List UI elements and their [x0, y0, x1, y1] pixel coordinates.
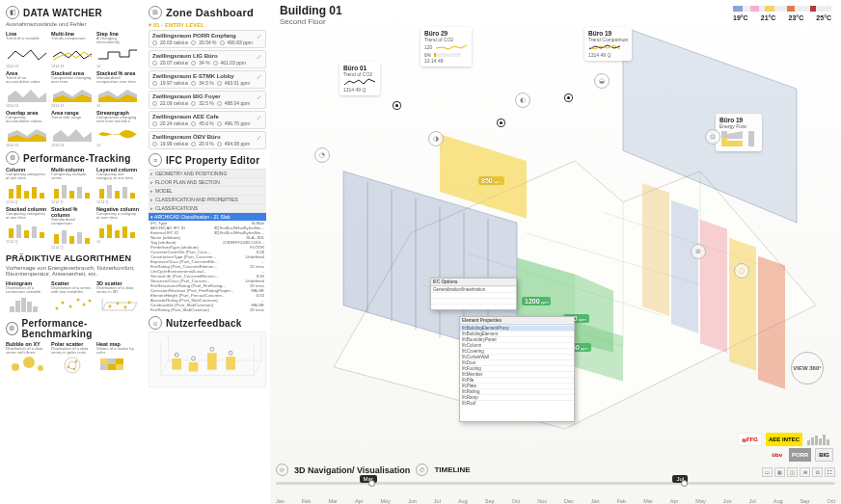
svg-rect-8: [77, 187, 82, 199]
chart-type-card[interactable]: Area rangeTrend with range1314 61: [51, 110, 95, 147]
svg-rect-14: [130, 193, 135, 199]
chart-type-card[interactable]: Polar scatterDistribution of a data seri…: [51, 341, 95, 375]
svg-rect-33: [27, 302, 32, 312]
ifc-category-row[interactable]: ▸CLASSIFICATION AND PROPERTIES: [149, 195, 266, 203]
dialog-properties-small[interactable]: IFC Options Generalization/linearization: [430, 278, 517, 310]
ring-tool-2[interactable]: ◑: [428, 131, 444, 146]
pin-b19[interactable]: [565, 94, 572, 101]
zone-card[interactable]: Zwillingsraum ÖBV Büro⤢19.99 celsius20.9…: [149, 131, 266, 149]
chart-type-card[interactable]: Multi-columnComparing multiple series121…: [51, 167, 95, 204]
timeline-month: Jul: [434, 498, 441, 504]
chart-type-card[interactable]: Stacked % areaStandardised composition o…: [96, 70, 140, 108]
chart-type-card[interactable]: ScatterDistribution of a series with two…: [51, 280, 95, 314]
svg-rect-63: [226, 357, 235, 370]
view-360-button[interactable]: VIEW 360°: [791, 352, 824, 385]
chart-type-card[interactable]: ColumnComparing categories at one time12…: [6, 167, 49, 204]
popup-buero-29[interactable]: Büro 29 Trend of CO2 120 6% 12:14 49: [420, 27, 472, 66]
svg-rect-25: [99, 228, 104, 238]
chart-type-card[interactable]: Layered columnComparing one category at …: [96, 167, 140, 204]
ring-tool-3[interactable]: ◐: [515, 93, 530, 108]
ifc-property-row: FireRating (Pset_SlabCommon)20 mins: [149, 307, 266, 312]
chart-type-card[interactable]: Multi-lineTrends comparison1314 61: [51, 31, 95, 68]
ring-tool-1[interactable]: ◔: [314, 147, 330, 163]
chart-thumb: [6, 85, 48, 104]
popup-buero-19a[interactable]: Büro 19 Trend Comparison 1314 49 Q: [584, 27, 632, 61]
co2-icon: [217, 101, 222, 106]
timeline-handle[interactable]: [368, 480, 375, 487]
zone-card[interactable]: Zwillingsraum LIG Büro⤢20.07 celsius34 %…: [149, 50, 266, 68]
humidity-icon: [191, 121, 196, 126]
ifc-category-row[interactable]: ▸GEOMETRY AND POSITIONING: [149, 169, 266, 177]
chart-thumb: [51, 356, 94, 375]
ring-tool-5[interactable]: ⊙: [705, 129, 720, 145]
building-subtitle: Second Floor: [280, 17, 342, 26]
zone-value-badge: 1200 ppm: [522, 297, 551, 305]
temperature-scale: 19°C21°C23°C25°C: [733, 6, 831, 25]
ring-tool-7[interactable]: ◌: [734, 263, 749, 279]
svg-rect-15: [9, 228, 14, 238]
dialog-properties-large[interactable]: Element Properties IfcBuildingElementPro…: [459, 316, 575, 422]
chart-type-card[interactable]: Overlap areaComparing accumulative value…: [6, 110, 49, 147]
chart-thumb: [96, 124, 139, 144]
pin-b01[interactable]: [393, 102, 400, 109]
chart-type-card[interactable]: AreaTrend of an accumulative value1314 6…: [6, 70, 49, 108]
svg-point-64: [175, 353, 178, 357]
chart-type-card[interactable]: StreamgraphComposition changing over tim…: [96, 110, 140, 147]
chart-type-card[interactable]: Step lineA changing intermittently14: [96, 31, 140, 68]
timeline-handle[interactable]: [681, 480, 688, 487]
svg-rect-89: [748, 131, 754, 146]
chart-type-card[interactable]: LineTrend of a variable1314 61: [6, 31, 49, 68]
chart-type-card[interactable]: Stacked % columnStandardised comparison1…: [51, 206, 95, 250]
chart-type-card[interactable]: Negative columnComparing a category at o…: [96, 206, 140, 250]
svg-rect-85: [434, 53, 461, 57]
ring-tool-4[interactable]: ◒: [594, 73, 610, 89]
svg-rect-0: [9, 189, 14, 199]
temp-segment: [733, 6, 743, 12]
timeline-month: Oct: [512, 498, 521, 504]
chart-type-card[interactable]: Bubble on XYDistribution of a data serie…: [6, 341, 49, 375]
expand-icon[interactable]: ⤢: [257, 114, 261, 120]
temp-icon: [152, 142, 157, 146]
zone-level-toggle[interactable]: ▾ 01 - ENTRY LEVEL: [149, 21, 266, 28]
zone-card[interactable]: Zwillingsraum BIG Foyer⤢22.09 celsius32.…: [149, 91, 266, 109]
ifc-category-row[interactable]: ▸MODEL: [149, 186, 266, 195]
nav-icon: ⟳: [276, 464, 288, 476]
timeline[interactable]: MarJul: [276, 478, 835, 488]
timeline-month: Jun: [723, 498, 732, 504]
building-3d-scene[interactable]: Büro 01 Trend of CO2 1314 49 Q Büro 29 T…: [276, 27, 835, 460]
chart-thumb: [96, 356, 139, 375]
temp-segment: [787, 6, 795, 12]
chart-thumb: [96, 45, 139, 65]
expand-icon[interactable]: ⤢: [257, 53, 261, 60]
svg-rect-27: [115, 230, 120, 238]
ifc-category-row[interactable]: ▸FLOOR PLAN AND SECTION: [149, 177, 266, 186]
ring-tool-6[interactable]: ⊚: [691, 244, 706, 259]
popup-buero-19b[interactable]: Büro 19 Energy Flow: [716, 114, 762, 151]
svg-rect-32: [21, 298, 26, 312]
chart-type-card[interactable]: HistogramDistribution of a continuous va…: [6, 280, 49, 314]
expand-icon[interactable]: ⤢: [257, 134, 261, 141]
temp-icon: [152, 61, 157, 66]
timeline-month: Sep: [800, 498, 810, 504]
chart-type-card[interactable]: Stacked columnComparing categories at on…: [6, 206, 49, 250]
chart-thumb: [6, 221, 48, 240]
zone-card[interactable]: Zwillingsraum E-STMK Lobby⤢19.97 celsius…: [149, 70, 266, 89]
svg-rect-94: [823, 435, 826, 445]
ifc-selected-row[interactable]: ▾ ARCHICAD Classification - 21 Slab: [149, 212, 266, 221]
svg-rect-16: [16, 225, 21, 238]
expand-icon[interactable]: ⤢: [257, 33, 261, 40]
pin-b29[interactable]: [498, 119, 504, 126]
chart-thumb: [96, 221, 139, 240]
popup-buero-01[interactable]: Büro 01 Trend of CO2 1314 49 Q: [339, 62, 380, 95]
partner-logos: ≋ FFG AEE INTEC öbv PORR BIG: [738, 433, 833, 462]
chart-type-card[interactable]: Heat mapValues of a matrix by color: [96, 341, 140, 375]
expand-icon[interactable]: ⤢: [257, 73, 261, 80]
zone-card[interactable]: Zwillingsraum AEE Cafe⤢20.24 celsius45.6…: [149, 111, 266, 129]
chart-type-card[interactable]: Stacked areaComposition changing over ti…: [51, 70, 95, 108]
ifc-category-row[interactable]: ▸CLASSIFICATIONS: [149, 203, 266, 212]
zone-card[interactable]: Zwillingsraum PORR Empfang⤢20.03 celsius…: [149, 30, 266, 48]
svg-point-46: [12, 363, 19, 371]
zone-dashboard-title: Zone Dashboard: [166, 7, 254, 18]
expand-icon[interactable]: ⤢: [257, 93, 261, 100]
chart-type-card[interactable]: 3D scatterDistribution of a data series …: [96, 280, 140, 314]
